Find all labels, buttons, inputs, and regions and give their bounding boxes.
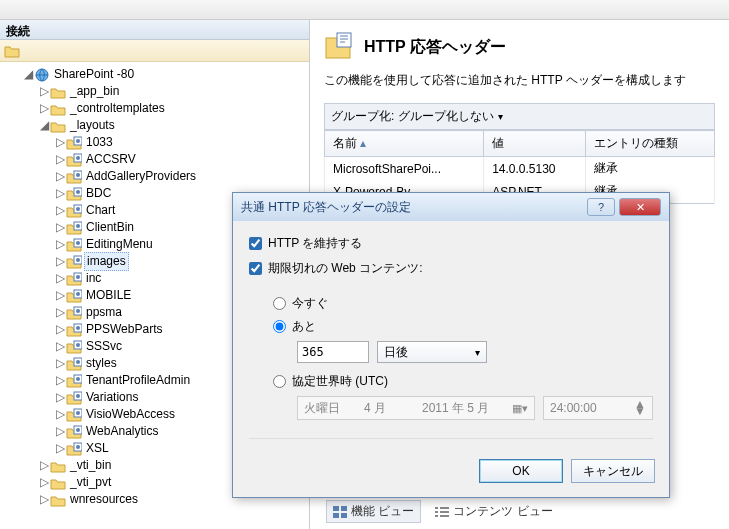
folder-icon	[66, 187, 84, 201]
folder-icon	[66, 425, 84, 439]
table-row[interactable]: MicrosoftSharePoi...14.0.0.5130継承	[325, 157, 715, 181]
expander-icon[interactable]: ▷	[54, 253, 66, 270]
table-cell: MicrosoftSharePoi...	[325, 157, 484, 181]
close-button[interactable]: ✕	[619, 198, 661, 216]
folder-icon	[66, 340, 84, 354]
expander-icon[interactable]: ▷	[54, 287, 66, 304]
svg-rect-41	[333, 506, 339, 511]
col-entry-type[interactable]: エントリの種類	[586, 131, 715, 157]
svg-point-36	[76, 428, 80, 432]
tree-node-label: ACCSRV	[84, 151, 136, 168]
tree-node[interactable]: ▷AddGalleryProviders	[6, 168, 309, 185]
radio-utc[interactable]: 協定世界時 (UTC)	[273, 373, 653, 390]
after-value-input[interactable]	[297, 341, 369, 363]
tree-node-label: SSSvc	[84, 338, 122, 355]
expander-icon[interactable]: ▷	[54, 236, 66, 253]
expander-icon[interactable]: ▷	[54, 440, 66, 457]
radio-after-input[interactable]	[273, 320, 286, 333]
tree-node-label: ClientBin	[84, 219, 134, 236]
expander-icon[interactable]: ▷	[38, 474, 50, 491]
keep-http-input[interactable]	[249, 237, 262, 250]
dialog-titlebar[interactable]: 共通 HTTP 応答ヘッダーの設定 ? ✕	[233, 193, 669, 221]
expander-icon[interactable]: ▷	[54, 338, 66, 355]
tree-node-label: _vti_bin	[68, 457, 111, 474]
expander-icon[interactable]: ▷	[54, 270, 66, 287]
radio-after[interactable]: あと	[273, 318, 653, 335]
svg-point-12	[76, 224, 80, 228]
folder-icon	[66, 357, 84, 371]
svg-point-26	[76, 343, 80, 347]
radio-utc-input[interactable]	[273, 375, 286, 388]
expander-icon[interactable]: ▷	[54, 219, 66, 236]
tree-node[interactable]: ▷_controltemplates	[6, 100, 309, 117]
tree-breadcrumb[interactable]	[0, 40, 309, 62]
tree-node-label: 1033	[84, 134, 113, 151]
expander-icon[interactable]: ▷	[38, 491, 50, 508]
expander-icon[interactable]: ◢	[22, 66, 34, 83]
group-label: グループ化:	[331, 108, 394, 125]
folder-icon	[50, 476, 68, 490]
tree-node-label: _app_bin	[68, 83, 119, 100]
tree-node-label: EditingMenu	[84, 236, 153, 253]
tree-node-label: inc	[84, 270, 101, 287]
expander-icon[interactable]: ▷	[54, 168, 66, 185]
utc-date-picker[interactable]: 火曜日 4 月 2011 年 5 月 ▦▾	[297, 396, 535, 420]
cancel-button[interactable]: キャンセル	[571, 459, 655, 483]
calendar-icon: ▦▾	[512, 402, 528, 415]
svg-point-16	[76, 258, 80, 262]
common-http-headers-dialog: 共通 HTTP 応答ヘッダーの設定 ? ✕ HTTP を維持する 期限切れの W…	[232, 192, 670, 498]
table-cell: 継承	[586, 157, 715, 181]
expander-icon[interactable]: ▷	[54, 372, 66, 389]
tab-content-view[interactable]: コンテンツ ビュー	[429, 501, 558, 522]
expander-icon[interactable]: ▷	[54, 151, 66, 168]
radio-immediately-input[interactable]	[273, 297, 286, 310]
expire-content-checkbox[interactable]: 期限切れの Web コンテンツ:	[249, 260, 653, 277]
help-button[interactable]: ?	[587, 198, 615, 216]
keep-http-checkbox[interactable]: HTTP を維持する	[249, 235, 653, 252]
col-value[interactable]: 値	[484, 131, 586, 157]
svg-point-32	[76, 394, 80, 398]
col-name[interactable]: 名前	[325, 131, 484, 157]
svg-point-22	[76, 309, 80, 313]
svg-point-20	[76, 292, 80, 296]
expander-icon[interactable]: ▷	[54, 355, 66, 372]
tree-node-root[interactable]: ◢ SharePoint -80	[6, 66, 309, 83]
utc-time-picker[interactable]: 24:00:00 ▲▼	[543, 396, 653, 420]
tab-label: コンテンツ ビュー	[453, 503, 552, 520]
svg-rect-45	[435, 507, 438, 509]
tree-node-label: PPSWebParts	[84, 321, 162, 338]
tree-node-label: Chart	[84, 202, 115, 219]
ok-button[interactable]: OK	[479, 459, 563, 483]
tree-node-label: WebAnalytics	[84, 423, 158, 440]
folder-icon	[66, 442, 84, 456]
expander-icon[interactable]: ▷	[54, 202, 66, 219]
expander-icon[interactable]: ▷	[54, 185, 66, 202]
expander-icon[interactable]: ▷	[54, 321, 66, 338]
radio-immediately[interactable]: 今すぐ	[273, 295, 653, 312]
tree-node-label: styles	[84, 355, 117, 372]
tree-node[interactable]: ▷_app_bin	[6, 83, 309, 100]
radio-after-label: あと	[292, 318, 316, 335]
expander-icon[interactable]: ▷	[54, 423, 66, 440]
tree-node[interactable]: ◢_layouts	[6, 117, 309, 134]
expander-icon[interactable]: ▷	[38, 457, 50, 474]
expander-icon[interactable]: ◢	[38, 117, 50, 134]
table-cell: 14.0.0.5130	[484, 157, 586, 181]
svg-point-38	[76, 445, 80, 449]
http-headers-icon	[324, 32, 354, 62]
expander-icon[interactable]: ▷	[54, 406, 66, 423]
expander-icon[interactable]: ▷	[54, 304, 66, 321]
expire-content-input[interactable]	[249, 262, 262, 275]
radio-immediately-label: 今すぐ	[292, 295, 328, 312]
tree-node[interactable]: ▷1033	[6, 134, 309, 151]
expander-icon[interactable]: ▷	[54, 389, 66, 406]
group-dropdown[interactable]: グループ化しない	[398, 108, 503, 125]
after-unit-combo[interactable]: 日後	[377, 341, 487, 363]
svg-rect-44	[341, 513, 347, 518]
expander-icon[interactable]: ▷	[38, 100, 50, 117]
tab-features-view[interactable]: 機能 ビュー	[326, 500, 421, 523]
expander-icon[interactable]: ▷	[54, 134, 66, 151]
svg-rect-50	[440, 515, 449, 517]
tree-node[interactable]: ▷ACCSRV	[6, 151, 309, 168]
expander-icon[interactable]: ▷	[38, 83, 50, 100]
